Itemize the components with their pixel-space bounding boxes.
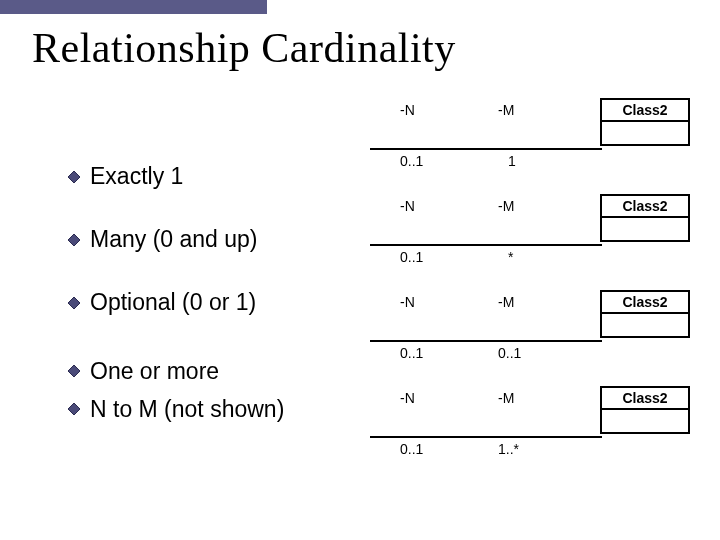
uml-class-name: Class2 [602, 388, 688, 410]
list-item: Exactly 1 [68, 145, 368, 208]
uml-association-line [370, 436, 602, 438]
uml-multiplicity-label: 0..1 [400, 441, 423, 457]
uml-role-label: -N [400, 198, 415, 214]
svg-marker-0 [68, 171, 80, 183]
svg-marker-1 [68, 234, 80, 246]
bullet-text: Many (0 and up) [90, 226, 257, 253]
uml-class-body [602, 122, 688, 144]
bullet-text: Exactly 1 [90, 163, 183, 190]
uml-diagram: Class2 -N -M 0..1 * [380, 194, 700, 290]
uml-association-line [370, 148, 602, 150]
bullet-text: One or more [90, 358, 219, 385]
uml-class-body [602, 218, 688, 240]
uml-multiplicity-label: 0..1 [400, 153, 423, 169]
uml-diagram: Class2 -N -M 0..1 1..* [380, 386, 700, 482]
uml-class-body [602, 314, 688, 336]
uml-multiplicity-label: 0..1 [498, 345, 521, 361]
uml-diagram: Class2 -N -M 0..1 0..1 [380, 290, 700, 386]
uml-multiplicity-label: 1..* [498, 441, 519, 457]
uml-association-line [370, 244, 602, 246]
list-item: One or more [68, 352, 368, 390]
uml-multiplicity-label: 0..1 [400, 249, 423, 265]
uml-role-label: -N [400, 390, 415, 406]
uml-class-name: Class2 [602, 292, 688, 314]
uml-class-box: Class2 [600, 386, 690, 434]
uml-multiplicity-label: 0..1 [400, 345, 423, 361]
bullet-list: Exactly 1 Many (0 and up) Optional (0 or… [68, 145, 368, 428]
uml-class-box: Class2 [600, 290, 690, 338]
diamond-bullet-icon [68, 403, 80, 415]
diamond-bullet-icon [68, 365, 80, 377]
uml-multiplicity-label: 1 [508, 153, 516, 169]
uml-class-name: Class2 [602, 196, 688, 218]
uml-diagram: Class2 -N -M 0..1 1 [380, 98, 700, 194]
uml-class-body [602, 410, 688, 432]
svg-marker-2 [68, 297, 80, 309]
uml-class-name: Class2 [602, 100, 688, 122]
slide-accent-bar [0, 0, 267, 14]
svg-marker-3 [68, 365, 80, 377]
uml-association-line [370, 340, 602, 342]
uml-role-label: -M [498, 390, 514, 406]
diamond-bullet-icon [68, 234, 80, 246]
list-item: Many (0 and up) [68, 208, 368, 271]
svg-marker-4 [68, 403, 80, 415]
uml-role-label: -M [498, 198, 514, 214]
uml-role-label: -M [498, 102, 514, 118]
diagram-column: Class2 -N -M 0..1 1 Class2 -N -M 0..1 * … [380, 98, 700, 482]
bullet-text: Optional (0 or 1) [90, 289, 256, 316]
uml-multiplicity-label: * [508, 249, 513, 265]
uml-role-label: -N [400, 294, 415, 310]
uml-role-label: -N [400, 102, 415, 118]
list-item: Optional (0 or 1) [68, 271, 368, 334]
slide-title: Relationship Cardinality [32, 24, 456, 72]
diamond-bullet-icon [68, 297, 80, 309]
uml-role-label: -M [498, 294, 514, 310]
uml-class-box: Class2 [600, 194, 690, 242]
bullet-text: N to M (not shown) [90, 396, 284, 423]
list-item: N to M (not shown) [68, 390, 368, 428]
uml-class-box: Class2 [600, 98, 690, 146]
diamond-bullet-icon [68, 171, 80, 183]
